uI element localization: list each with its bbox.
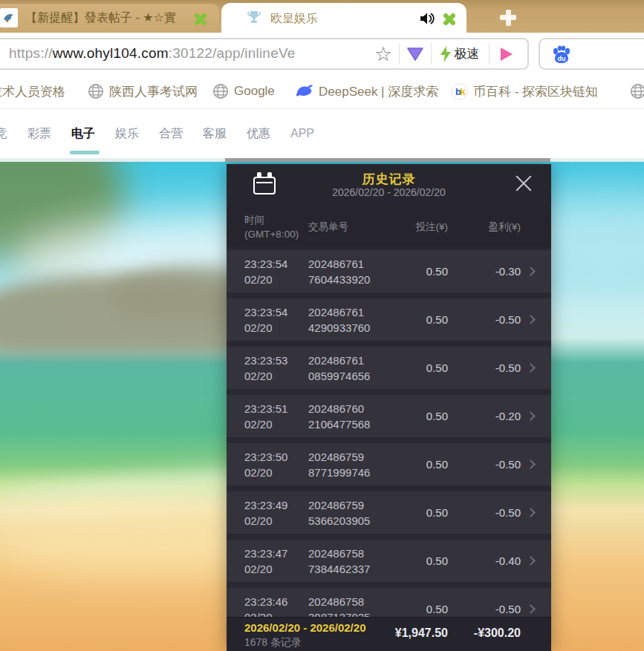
bookmark-label: 技术人员资格 bbox=[0, 83, 65, 100]
modal-footer: 2026/02/20 - 2026/02/20 1678 条记录 ¥1,947.… bbox=[227, 617, 551, 651]
table-row[interactable]: 23:23:4602/20 2024867583987137025 0.50 -… bbox=[227, 588, 551, 617]
nav-item-esports[interactable]: 电竞 bbox=[0, 109, 7, 158]
modal-title: 历史记录 bbox=[227, 171, 551, 188]
table-row[interactable]: 23:23:5002/20 2024867598771999746 0.50 -… bbox=[227, 443, 551, 485]
col-bet-header: 投注(¥) bbox=[397, 220, 448, 234]
col-order-header: 交易单号 bbox=[308, 220, 397, 234]
trophy-favicon-icon bbox=[247, 10, 261, 29]
footer-record-count: 1678 条记录 bbox=[244, 636, 302, 650]
bookmark-star-icon[interactable]: ☆ bbox=[370, 39, 397, 68]
nav-item-lottery[interactable]: 彩票 bbox=[27, 109, 51, 158]
nav-item-casino[interactable]: 娱乐 bbox=[115, 109, 139, 158]
game-beach-background: 历史记录 2026/02/20 - 2026/02/20 时间 (GMT+8:0… bbox=[0, 162, 644, 651]
history-modal: 历史记录 2026/02/20 - 2026/02/20 时间 (GMT+8:0… bbox=[227, 164, 551, 651]
bookmark-item[interactable] bbox=[630, 74, 644, 108]
speed-mode-button[interactable]: 极速 bbox=[434, 39, 484, 68]
nav-item-slots-active[interactable]: 电子 bbox=[71, 109, 95, 158]
bookmark-label: 陕西人事考试网 bbox=[109, 83, 198, 100]
table-header: 时间 (GMT+8:00) 交易单号 投注(¥) 盈利(¥) bbox=[227, 207, 551, 247]
col-profit-header: 盈利(¥) bbox=[448, 220, 521, 234]
table-row[interactable]: 23:23:5402/20 2024867614290933760 0.50 -… bbox=[227, 298, 551, 341]
globe-icon bbox=[212, 83, 229, 99]
table-row[interactable]: 23:23:4902/20 2024867595366203905 0.50 -… bbox=[227, 491, 551, 534]
chevron-right-icon bbox=[526, 459, 536, 469]
new-tab-button[interactable] bbox=[496, 7, 521, 27]
bookmark-item[interactable]: DeepSeek | 深度求索 bbox=[296, 74, 438, 108]
bird-favicon-icon bbox=[0, 8, 18, 27]
site-nav: 电竞 彩票 电子 娱乐 合营 客服 优惠 APP bbox=[0, 109, 644, 158]
address-bar-row: https://www.ohyl104.com:30122/app/inline… bbox=[0, 33, 644, 74]
baidu-paw-icon[interactable]: du bbox=[550, 45, 573, 68]
svg-text:k: k bbox=[461, 86, 466, 97]
tab-ouhuang-active[interactable]: 欧皇娱乐 bbox=[221, 3, 466, 33]
chevron-right-icon bbox=[526, 604, 536, 614]
fade-overlay bbox=[65, 74, 91, 108]
fade-overlay bbox=[603, 74, 628, 108]
chevron-right-icon bbox=[526, 508, 536, 517]
col-time-header: 时间 (GMT+8:00) bbox=[244, 213, 308, 241]
audio-speaker-icon[interactable] bbox=[419, 11, 435, 29]
history-rows: 23:23:5402/20 2024867617604433920 0.50 -… bbox=[227, 250, 551, 617]
nav-item-app[interactable]: APP bbox=[290, 109, 314, 158]
nav-item-support[interactable]: 客服 bbox=[203, 109, 227, 158]
nav-item-promo[interactable]: 优惠 bbox=[247, 109, 270, 158]
bk-coin-icon: bk bbox=[451, 83, 468, 100]
chevron-right-icon bbox=[526, 315, 536, 324]
bookmarks-bar: 技术人员资格 陕西人事考试网 Google DeepSeek | 深度求索 bk… bbox=[0, 74, 644, 109]
green-extension-icon bbox=[441, 10, 458, 27]
url-text: https://www.ohyl104.com:30122/app/inline… bbox=[9, 45, 296, 62]
whale-icon bbox=[296, 84, 313, 99]
chevron-right-icon bbox=[526, 266, 536, 276]
browser-tab-bar: 【新提醒】發表帖子 - ★☆實 欧皇娱乐 bbox=[0, 0, 644, 33]
green-extension-icon bbox=[192, 10, 209, 27]
bookmark-item[interactable]: 技术人员资格 bbox=[0, 74, 65, 108]
modal-date-range: 2026/02/20 - 2026/02/20 bbox=[227, 186, 551, 198]
shield-extension-icon[interactable] bbox=[404, 39, 426, 68]
divider bbox=[399, 43, 400, 65]
footer-total-bet: ¥1,947.50 bbox=[395, 627, 448, 640]
chevron-right-icon bbox=[526, 556, 536, 566]
tab-title: 欧皇娱乐 bbox=[270, 11, 318, 27]
table-row[interactable]: 23:23:5402/20 2024867617604433920 0.50 -… bbox=[227, 250, 551, 292]
footer-date-range: 2026/02/20 - 2026/02/20 bbox=[244, 621, 365, 634]
table-row[interactable]: 23:23:5102/20 2024867602106477568 0.50 -… bbox=[227, 395, 551, 437]
tab-title: 【新提醒】發表帖子 - ★☆實 bbox=[25, 10, 195, 26]
nav-item-partnership[interactable]: 合营 bbox=[159, 109, 183, 158]
chevron-right-icon bbox=[526, 411, 536, 421]
bookmark-item[interactable]: 陕西人事考试网 bbox=[88, 74, 198, 108]
tab-forum-post[interactable]: 【新提醒】發表帖子 - ★☆實 bbox=[0, 4, 219, 33]
divider bbox=[431, 43, 432, 65]
divider bbox=[489, 43, 489, 65]
table-row[interactable]: 23:23:4702/20 2024867587384462337 0.50 -… bbox=[227, 540, 551, 582]
search-input[interactable]: du bbox=[539, 38, 644, 70]
bookmark-label: Google bbox=[234, 84, 275, 99]
lightning-icon bbox=[439, 45, 452, 63]
footer-total-profit: -¥300.20 bbox=[474, 627, 521, 640]
url-input[interactable]: https://www.ohyl104.com:30122/app/inline… bbox=[0, 38, 529, 70]
chevron-right-icon bbox=[526, 363, 536, 373]
video-play-icon[interactable] bbox=[493, 39, 518, 68]
close-icon[interactable] bbox=[513, 173, 535, 195]
globe-icon bbox=[88, 83, 104, 99]
bookmark-label: 币百科 - 探索区块链知 bbox=[473, 83, 598, 100]
bookmark-item[interactable]: bk 币百科 - 探索区块链知 bbox=[451, 74, 598, 108]
svg-text:du: du bbox=[558, 55, 566, 62]
modal-header: 历史记录 2026/02/20 - 2026/02/20 bbox=[227, 164, 551, 207]
bookmark-item[interactable]: Google bbox=[212, 74, 275, 108]
bookmark-label: DeepSeek | 深度求索 bbox=[319, 83, 438, 100]
globe-icon bbox=[630, 83, 644, 99]
table-row[interactable]: 23:23:5302/20 2024867610859974656 0.50 -… bbox=[227, 347, 551, 389]
